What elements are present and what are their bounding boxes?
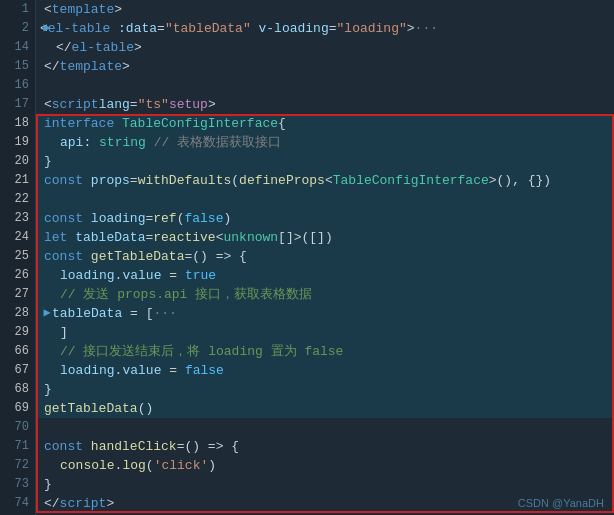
code-line-2: ▶ <el-table :data="tableData" v-loading=…: [36, 19, 614, 38]
code-line-16: [36, 76, 614, 95]
ln-18: 18: [0, 114, 35, 133]
code-line-27: // 发送 props.api 接口，获取表格数据: [36, 285, 614, 304]
code-line-29: ]: [36, 323, 614, 342]
ln-66: 66: [0, 342, 35, 361]
code-line-19: api: string // 表格数据获取接口: [36, 133, 614, 152]
ln-71: 71: [0, 437, 35, 456]
ln-21: 21: [0, 171, 35, 190]
ln-70: 70: [0, 418, 35, 437]
arrow-icon-2: ▶: [36, 19, 56, 38]
ln-72: 72: [0, 456, 35, 475]
code-line-67: loading.value = false: [36, 361, 614, 380]
code-editor: 1 2 14 15 16 17 18 19 20 21 22 23 24 25 …: [0, 0, 614, 515]
ln-20: 20: [0, 152, 35, 171]
code-line-71: const handleClick = () => {: [36, 437, 614, 456]
code-line-25: const getTableData = () => {: [36, 247, 614, 266]
code-line-73: }: [36, 475, 614, 494]
code-line-70: [36, 418, 614, 437]
code-line-1: <template>: [36, 0, 614, 19]
ln-23: 23: [0, 209, 35, 228]
code-line-15: </template>: [36, 57, 614, 76]
ln-74: 74: [0, 494, 35, 513]
code-line-21: const props = withDefaults(defineProps<T…: [36, 171, 614, 190]
code-line-72: console.log('click'): [36, 456, 614, 475]
code-content: <template> ▶ <el-table :data="tableData"…: [36, 0, 614, 515]
code-line-18: interface TableConfigInterface {: [36, 114, 614, 133]
ln-25: 25: [0, 247, 35, 266]
code-line-14: </el-table>: [36, 38, 614, 57]
ln-27: 27: [0, 285, 35, 304]
watermark: CSDN @YanaDH: [518, 497, 604, 509]
code-line-24: let tableData = reactive<unknown[]>([]): [36, 228, 614, 247]
ln-67: 67: [0, 361, 35, 380]
ln-2: 2: [0, 19, 35, 38]
ln-29: 29: [0, 323, 35, 342]
code-line-20: }: [36, 152, 614, 171]
ln-1: 1: [0, 0, 35, 19]
ln-68: 68: [0, 380, 35, 399]
code-line-69: getTableData(): [36, 399, 614, 418]
ln-24: 24: [0, 228, 35, 247]
code-line-68: }: [36, 380, 614, 399]
ln-22: 22: [0, 190, 35, 209]
code-line-28: ▶ tableData = [···: [36, 304, 614, 323]
code-line-66: // 接口发送结束后，将 loading 置为 false: [36, 342, 614, 361]
code-line-17: <script lang="ts" setup>: [36, 95, 614, 114]
ln-26: 26: [0, 266, 35, 285]
ln-14: 14: [0, 38, 35, 57]
ln-69: 69: [0, 399, 35, 418]
code-line-22: [36, 190, 614, 209]
ln-19: 19: [0, 133, 35, 152]
ln-73: 73: [0, 475, 35, 494]
line-numbers: 1 2 14 15 16 17 18 19 20 21 22 23 24 25 …: [0, 0, 36, 515]
code-line-23: const loading = ref(false): [36, 209, 614, 228]
code-line-26: loading.value = true: [36, 266, 614, 285]
ln-15: 15: [0, 57, 35, 76]
ln-16: 16: [0, 76, 35, 95]
ln-28: 28: [0, 304, 35, 323]
ln-17: 17: [0, 95, 35, 114]
arrow-icon-28: ▶: [36, 304, 56, 323]
